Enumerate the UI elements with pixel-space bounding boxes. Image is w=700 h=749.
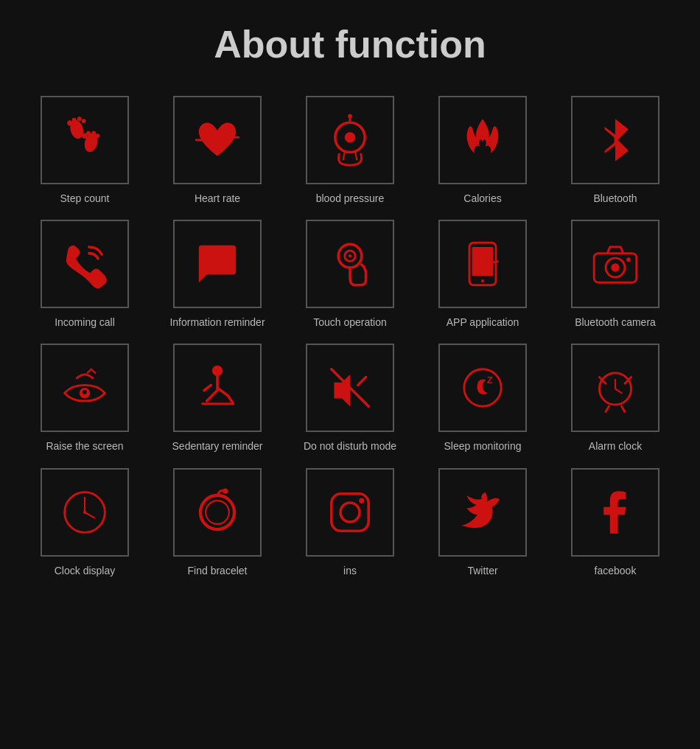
feature-label-find-bracelet: Find bracelet	[188, 564, 248, 577]
icon-box-sleep-monitoring: Z	[438, 344, 527, 432]
icon-box-app-application	[438, 220, 527, 308]
feature-label-facebook: facebook	[595, 564, 637, 577]
feature-label-raise-screen: Raise the screen	[46, 439, 123, 453]
feature-item-alarm-clock: Alarm clock	[556, 344, 674, 453]
icon-box-do-not-disturb	[306, 344, 394, 432]
icon-box-raise-screen	[41, 344, 129, 432]
feature-label-incoming-call: Incoming call	[55, 316, 115, 329]
icon-box-alarm-clock	[571, 344, 659, 432]
feature-item-raise-screen: Raise the screen	[26, 344, 144, 453]
svg-point-18	[214, 258, 220, 263]
svg-point-22	[349, 254, 351, 257]
svg-point-17	[207, 258, 212, 263]
svg-point-55	[359, 498, 364, 503]
feature-item-touch-operation: Touch operation	[291, 220, 409, 329]
svg-text:Z: Z	[487, 375, 493, 386]
feature-item-facebook: facebook	[556, 468, 674, 577]
svg-point-7	[86, 131, 91, 136]
feature-item-twitter: Twitter	[424, 468, 542, 577]
feature-item-bluetooth: Bluetooth	[556, 96, 674, 205]
feature-label-blood-pressure: blood pressure	[316, 192, 385, 205]
feature-label-bluetooth: Bluetooth	[593, 192, 637, 205]
svg-line-44	[606, 407, 609, 412]
icon-box-ins	[306, 468, 394, 557]
feature-item-information-reminder: Information reminder	[158, 220, 276, 329]
svg-point-54	[340, 503, 360, 522]
svg-line-15	[355, 153, 357, 161]
svg-point-2	[67, 120, 72, 125]
svg-point-19	[223, 258, 228, 263]
feature-item-bluetooth-camera: Bluetooth camera	[556, 220, 674, 329]
icon-box-step-count	[41, 96, 129, 184]
feature-label-do-not-disturb: Do not disturb mode	[304, 439, 396, 453]
page-title: About function	[214, 22, 486, 66]
svg-point-29	[626, 258, 631, 262]
svg-rect-24	[472, 247, 494, 276]
feature-label-twitter: Twitter	[467, 564, 497, 577]
feature-item-sedentary-reminder: Sedentary reminder	[158, 344, 276, 453]
feature-label-calories: Calories	[463, 192, 501, 205]
feature-label-bluetooth-camera: Bluetooth camera	[575, 316, 656, 329]
svg-line-45	[622, 407, 625, 412]
feature-label-sedentary-reminder: Sedentary reminder	[172, 439, 263, 453]
icon-box-calories	[438, 96, 527, 184]
feature-item-clock-display: Clock display	[26, 468, 144, 577]
feature-label-information-reminder: Information reminder	[169, 316, 265, 329]
icon-box-bluetooth	[571, 96, 659, 184]
svg-point-25	[481, 279, 484, 282]
svg-line-49	[85, 512, 94, 518]
feature-item-do-not-disturb: Do not disturb mode	[291, 344, 409, 453]
feature-item-step-count: Step count	[26, 96, 144, 205]
feature-label-clock-display: Clock display	[55, 564, 115, 577]
icon-box-information-reminder	[173, 220, 262, 308]
feature-label-heart-rate: Heart rate	[195, 192, 240, 205]
svg-point-4	[77, 116, 82, 121]
features-grid: Step countHeart rateblood pressureCalori…	[26, 96, 674, 577]
svg-point-9	[95, 133, 99, 138]
svg-point-32	[212, 366, 223, 376]
icon-box-touch-operation	[306, 220, 394, 308]
svg-line-34	[358, 377, 366, 386]
feature-label-sleep-monitoring: Sleep monitoring	[444, 439, 521, 453]
feature-item-ins: ins	[291, 468, 409, 577]
feature-label-step-count: Step count	[60, 192, 110, 205]
svg-point-5	[82, 119, 86, 123]
feature-label-alarm-clock: Alarm clock	[589, 439, 642, 453]
feature-item-incoming-call: Incoming call	[26, 220, 144, 329]
svg-point-3	[72, 118, 77, 122]
svg-point-11	[345, 132, 355, 142]
icon-box-blood-pressure	[306, 96, 394, 184]
svg-line-14	[343, 153, 345, 161]
icon-box-bluetooth-camera	[571, 220, 659, 308]
svg-point-28	[611, 263, 620, 272]
icon-box-heart-rate	[173, 96, 262, 184]
feature-item-blood-pressure: blood pressure	[291, 96, 409, 205]
feature-label-app-application: APP application	[447, 316, 519, 329]
svg-line-41	[615, 389, 622, 394]
feature-label-ins: ins	[343, 564, 357, 577]
svg-point-31	[83, 390, 87, 394]
feature-item-sleep-monitoring: ZSleep monitoring	[424, 344, 542, 453]
feature-item-find-bracelet: Find bracelet	[158, 468, 276, 577]
svg-marker-16	[605, 119, 629, 161]
feature-item-heart-rate: Heart rate	[158, 96, 276, 205]
feature-item-app-application: APP application	[424, 220, 542, 329]
feature-label-touch-operation: Touch operation	[313, 316, 387, 329]
feature-item-calories: Calories	[424, 96, 542, 205]
svg-point-8	[91, 131, 96, 136]
svg-point-52	[223, 488, 228, 493]
icon-box-find-bracelet	[173, 468, 262, 557]
svg-point-13	[348, 114, 352, 119]
icon-box-facebook	[571, 468, 659, 557]
icon-box-sedentary-reminder	[173, 344, 262, 432]
icon-box-incoming-call	[41, 220, 129, 308]
icon-box-clock-display	[41, 468, 129, 557]
svg-point-51	[206, 501, 229, 524]
icon-box-twitter	[438, 468, 527, 557]
